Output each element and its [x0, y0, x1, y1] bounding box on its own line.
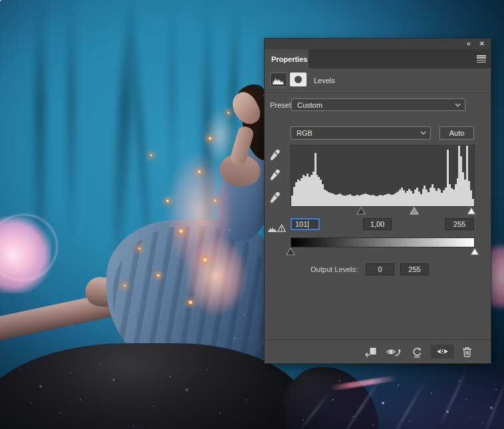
adjustment-title: Levels [314, 76, 335, 84]
output-gradient-bar [291, 237, 475, 247]
purple-haze [286, 359, 504, 429]
midtone-input[interactable]: 1,00 [363, 218, 392, 230]
output-levels-sliders [291, 247, 475, 257]
chevron-down-icon [420, 131, 426, 135]
spark [198, 170, 201, 173]
layer-mask-icon[interactable] [290, 72, 307, 86]
mask-dot [295, 76, 302, 83]
close-panel-icon[interactable]: ✕ [479, 41, 485, 47]
spark [138, 247, 140, 249]
input-levels-fields: 101 1,00 255 [265, 218, 491, 231]
gray-point-eyedropper-icon[interactable] [269, 169, 283, 182]
clip-to-layer-icon[interactable] [362, 345, 378, 358]
shadow-input-slider[interactable] [356, 207, 366, 215]
tab-properties[interactable]: Properties [265, 49, 309, 69]
spark [209, 137, 211, 140]
view-previous-state-icon[interactable] [385, 345, 403, 358]
photoshop-workspace: « ✕ Properties Levels [0, 0, 504, 429]
spark [124, 285, 126, 287]
output-high-value: 255 [408, 265, 420, 273]
panel-titlebar: « ✕ [265, 39, 491, 49]
histogram-warning-icon[interactable] [268, 220, 288, 232]
spark [214, 200, 216, 202]
highlight-value: 255 [453, 220, 465, 228]
midtone-value: 1,00 [370, 220, 384, 228]
preset-row: Preset: Custom [265, 98, 491, 112]
levels-histogram[interactable] [291, 145, 475, 207]
adjustment-header-row: Levels [265, 69, 491, 93]
panel-toolbar [265, 339, 491, 363]
channel-value: RGB [297, 129, 313, 137]
spark [150, 154, 152, 156]
white-point-eyedropper-icon[interactable] [269, 192, 283, 205]
output-levels-row: Output Levels: 0 255 [265, 263, 491, 275]
visibility-eye-icon[interactable] [431, 345, 454, 358]
auto-button[interactable]: Auto [440, 126, 474, 140]
black-point-eyedropper-icon[interactable] [269, 149, 283, 162]
spark [203, 258, 207, 261]
output-high-input[interactable]: 255 [400, 263, 429, 275]
chevron-down-icon [455, 103, 461, 107]
delete-adjustment-icon[interactable] [461, 345, 473, 358]
panel-tab-strip: Properties [265, 49, 491, 69]
shadow-input[interactable]: 101 [291, 218, 320, 230]
output-low-value: 0 [378, 265, 382, 273]
output-low-input[interactable]: 0 [366, 263, 394, 275]
warning-triangle-icon [277, 224, 286, 232]
spark [157, 274, 160, 277]
preset-value: Custom [297, 101, 322, 109]
midtone-input-slider[interactable] [410, 207, 419, 215]
panel-content: Levels Preset: Custom RGB Au [265, 69, 491, 339]
histogram-glyph [268, 225, 277, 232]
highlight-input-slider[interactable] [467, 207, 476, 215]
collapse-panel-icon[interactable]: « [467, 41, 471, 47]
flower-glow-ring [0, 205, 66, 290]
histogram-glyph [273, 76, 285, 84]
tree-trunk [170, 0, 175, 193]
output-white-slider[interactable] [470, 247, 479, 255]
spark [189, 301, 192, 304]
channel-select[interactable]: RGB [291, 126, 431, 140]
output-levels-label: Output Levels: [285, 265, 358, 273]
spark [166, 200, 169, 202]
tab-properties-label: Properties [271, 55, 307, 63]
panel-menu-icon[interactable] [477, 55, 486, 63]
star-field [0, 0, 1, 1]
preset-select[interactable]: Custom [291, 98, 465, 111]
output-black-slider[interactable] [286, 247, 295, 255]
reset-adjustment-icon[interactable] [410, 345, 424, 359]
spark [180, 229, 183, 233]
spark [227, 112, 229, 114]
levels-adjustment-icon[interactable] [270, 72, 287, 87]
tree-trunk [68, 0, 74, 236]
shadow-value: 101 [295, 220, 307, 228]
properties-panel: « ✕ Properties Levels [265, 39, 491, 363]
input-levels-sliders [291, 207, 475, 216]
preset-label: Preset: [270, 101, 293, 109]
text-caret [308, 221, 309, 228]
channel-row: RGB Auto [265, 126, 491, 140]
highlight-input[interactable]: 255 [445, 218, 474, 230]
